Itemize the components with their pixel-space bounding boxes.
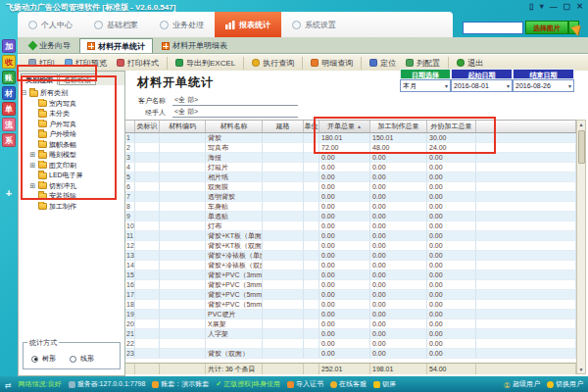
- outsourcing-total-cell: 0.00: [427, 261, 476, 270]
- end-date-picker[interactable]: 2016-08-26 ▾: [513, 79, 574, 92]
- tree-item[interactable]: ⊞ 雕刻模型: [21, 150, 124, 161]
- nav-personal-center[interactable]: 个人中心: [18, 12, 83, 37]
- picture-path-input[interactable]: [463, 22, 523, 34]
- tree-item[interactable]: LED电子屏: [21, 171, 124, 181]
- toolbar-button[interactable]: 打印: [24, 57, 60, 70]
- tree-item[interactable]: 室内写真: [21, 99, 124, 110]
- tree-item[interactable]: 未分类: [21, 109, 124, 120]
- column-header[interactable]: 材料名称: [206, 121, 263, 132]
- table-row[interactable]: 11 背胶+KT板（单面） 0.00 0.00 0.00: [125, 231, 576, 241]
- toolbar-button[interactable]: 打印预览: [60, 57, 112, 70]
- scroll-down-icon[interactable]: ▼: [579, 366, 584, 373]
- column-header[interactable]: 单位: [304, 121, 319, 132]
- radio-line-mode[interactable]: 线形: [70, 354, 94, 364]
- tree-item[interactable]: 加工制作: [21, 202, 124, 213]
- toolbar-button[interactable]: 退出: [452, 57, 488, 70]
- column-header-sorted[interactable]: 开单总量 ▲: [319, 121, 370, 132]
- doc-icon[interactable]: ▯: [529, 2, 533, 11]
- table-row[interactable]: 2 写真布 72.00 48.00 24.00: [125, 143, 576, 153]
- expand-icon[interactable]: ⊞: [29, 182, 36, 190]
- chevron-down-icon[interactable]: ▾: [540, 2, 544, 11]
- toolbar-button[interactable]: 明细查询: [306, 57, 362, 70]
- table-row[interactable]: 15 背胶+PVC（3mm单 0.00 0.00 0.00: [125, 270, 576, 280]
- expand-icon[interactable]: ⊞: [29, 151, 36, 159]
- select-picture-button[interactable]: 选择图片: [525, 21, 568, 34]
- table-row[interactable]: 7 透明背胶 0.00 0.00 0.00: [125, 192, 576, 202]
- tree-item[interactable]: 旗帜条幅: [21, 140, 124, 151]
- minimize-button[interactable]: —: [550, 2, 558, 11]
- tree-item[interactable]: 户外喷绘: [21, 129, 124, 140]
- table-row[interactable]: 12 背胶+KT板（双面） 0.00 0.00 0.00: [125, 241, 576, 251]
- strip-button-jia[interactable]: 加: [2, 39, 16, 53]
- strip-button-zhang[interactable]: 账: [2, 71, 16, 84]
- column-header[interactable]: 外协加工总量: [427, 121, 476, 132]
- nav-business-processing[interactable]: 业务处理: [149, 12, 215, 37]
- tab-material-billing-detail[interactable]: 材料开单明细表: [155, 38, 234, 53]
- lock-screen-button[interactable]: 锁屏: [373, 379, 396, 389]
- table-row[interactable]: 22 0.00 0.00 0.00: [125, 339, 576, 349]
- toolbar-button[interactable]: 列配置: [401, 57, 449, 70]
- table-row[interactable]: 5 相片纸 0.00 0.00 0.00: [125, 172, 576, 182]
- expand-icon[interactable]: ⊞: [29, 162, 36, 170]
- strip-button-liu[interactable]: 流: [2, 118, 16, 131]
- column-header[interactable]: 规格: [263, 121, 304, 132]
- table-row[interactable]: 16 背胶+PVC（3mm双 0.00 0.00 0.00: [125, 280, 576, 290]
- table-row[interactable]: 6 双面膜 0.00 0.00 0.00: [125, 182, 576, 192]
- super-user-button[interactable]: ①超级用户: [504, 379, 540, 389]
- column-header[interactable]: 加工制作总量: [370, 121, 427, 132]
- table-row[interactable]: 8 车身贴 0.00 0.00 0.00: [125, 202, 576, 212]
- strip-button-cai[interactable]: 材: [2, 86, 16, 100]
- strip-button-dan[interactable]: 单: [2, 102, 16, 116]
- table-row[interactable]: 4 灯箱片 0.00 0.00 0.00: [125, 163, 576, 172]
- toolbar-button[interactable]: 执行查询: [247, 57, 303, 70]
- toolbar-button[interactable]: 打印样式: [112, 57, 168, 70]
- close-button[interactable]: ✕: [576, 2, 583, 11]
- table-row[interactable]: 13 背胶+冷裱板（单面） 0.00 0.00 0.00: [125, 251, 576, 261]
- radio-icon: [31, 356, 38, 363]
- tree-item[interactable]: ⊞ 图文印刷: [21, 161, 124, 172]
- switch-user-button[interactable]: 切换用户: [547, 379, 583, 389]
- tree-item[interactable]: 户外写真: [21, 120, 124, 130]
- nav-basic-files[interactable]: 基础档案: [83, 12, 149, 37]
- scroll-up-icon[interactable]: ▲: [579, 121, 584, 128]
- table-row[interactable]: 17 背胶+PVC（5mm单 0.00 0.00 0.00: [125, 290, 576, 300]
- toolbar-button[interactable]: 定位: [365, 57, 401, 70]
- scrollbar-thumb[interactable]: [578, 130, 585, 164]
- table-row[interactable]: 1 背胶 180.01 150.01 30.00: [125, 133, 576, 143]
- table-row[interactable]: 21 人字架 0.00 0.00 0.00: [125, 329, 576, 339]
- tab-name-search[interactable]: 名称检索: [59, 74, 96, 85]
- toolbar-button[interactable]: 导出到EXCEL: [171, 57, 244, 70]
- tab-category-search[interactable]: 类别检索: [21, 74, 58, 85]
- tree-item[interactable]: ⊞ 切割冲孔: [21, 181, 124, 192]
- strip-button-add[interactable]: +: [2, 186, 16, 200]
- table-row[interactable]: 23 背胶（双面） 0.00 0.00 0.00: [125, 349, 576, 359]
- online-service-button[interactable]: 在线客服: [330, 379, 367, 389]
- table-row[interactable]: 18 背胶+PVC（5mm双 0.00 0.00 0.00: [125, 300, 576, 310]
- table-scrollbar[interactable]: ▲ ▼: [576, 120, 586, 374]
- outsourcing-total-cell: 0.00: [427, 319, 476, 329]
- table-row[interactable]: 14 背胶+冷裱板（双面） 0.00 0.00 0.00: [125, 261, 576, 270]
- handler-value[interactable]: <全 部>: [172, 107, 298, 118]
- collapse-icon[interactable]: ⊟: [21, 89, 27, 97]
- table-row[interactable]: 3 海报 0.00 0.00 0.00: [125, 153, 576, 163]
- table-row[interactable]: 20 X展架 0.00 0.00 0.00: [125, 319, 576, 329]
- tree-item[interactable]: 安装拆除: [21, 191, 124, 202]
- maximize-button[interactable]: ▢: [564, 2, 571, 11]
- import-certificate-button[interactable]: 导入证书: [287, 379, 323, 389]
- tree-root[interactable]: ⊟ 所有类别: [21, 88, 124, 99]
- nav-system-settings[interactable]: 系统设置: [281, 12, 347, 37]
- customer-name-value[interactable]: <全 部>: [172, 95, 298, 106]
- table-row[interactable]: 10 灯布 0.00 0.00 0.00: [125, 221, 576, 231]
- table-row[interactable]: 19 PVC硬片 0.00 0.00 0.00: [125, 310, 576, 319]
- tab-material-billing-statistics[interactable]: 材料开单统计: [79, 38, 153, 53]
- radio-tree-mode[interactable]: 树形: [31, 354, 56, 364]
- column-header[interactable]: 类标识: [135, 121, 160, 132]
- tab-business-wizard[interactable]: 业务向导: [23, 38, 77, 53]
- strip-button-xi[interactable]: 系: [2, 133, 16, 147]
- nav-report-statistics[interactable]: 报表统计: [215, 12, 281, 37]
- start-date-picker[interactable]: 2016-08-01 ▾: [451, 79, 513, 92]
- date-range-combobox[interactable]: 本月 ▾: [400, 79, 451, 92]
- strip-button-shou[interactable]: 收: [2, 55, 16, 69]
- table-row[interactable]: 9 单透贴 0.00 0.00 0.00: [125, 212, 576, 221]
- column-header[interactable]: 材料编码: [160, 121, 206, 132]
